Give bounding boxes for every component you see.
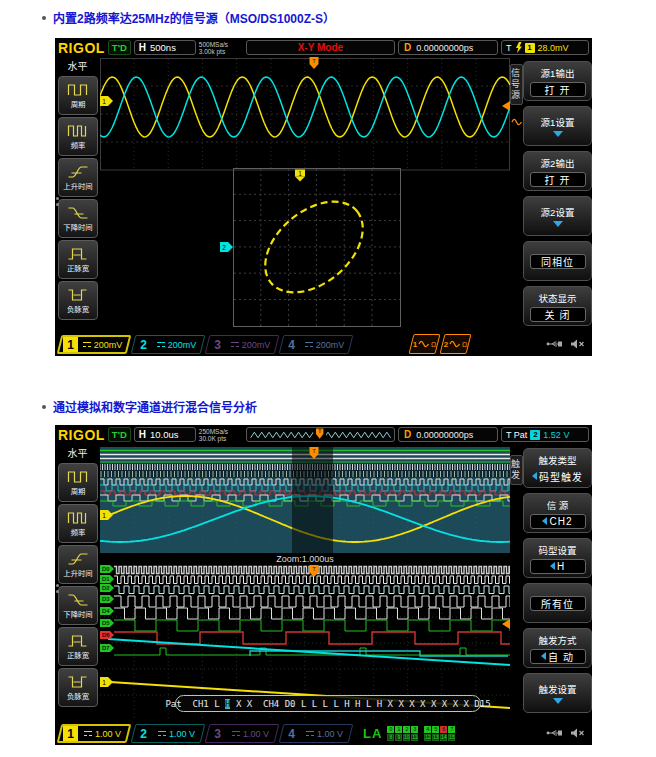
la-indicator[interactable]: LA0123456789101112131415 [363, 726, 455, 741]
digital-bit-8: 8 [387, 734, 394, 741]
trigger-status-badge: T'D [108, 427, 131, 442]
channel-badge-1[interactable]: 11.00 V [57, 724, 132, 743]
waveform-display: T1Zoom:1.000usT1D0D1D2D3D4D5D6D7Pat CH1 … [100, 444, 510, 721]
down-arrow-icon [553, 221, 563, 227]
soft-button-同相位[interactable]: 同相位 [523, 241, 592, 281]
soft-button-源1设置[interactable]: 源1设置 [523, 106, 592, 146]
channel-scale-value: 200mV [242, 339, 271, 349]
digital-bits-grid: 0123456789101112131415 [387, 726, 455, 741]
period-wave-icon [67, 470, 89, 484]
source-1-indicator[interactable]: 1Ω [409, 334, 441, 354]
soft-button-所有位[interactable]: 所有位 [523, 583, 592, 623]
menu-button-正脉宽[interactable]: 正脉宽 [58, 240, 98, 279]
channel-badge-3[interactable]: 3200mV [205, 335, 280, 354]
digital-bit-5: 5 [432, 726, 439, 733]
speaker-muted-icon[interactable] [570, 335, 585, 353]
trigger-level-value: 28.0mV [538, 43, 569, 53]
menu-button-上升时间[interactable]: 上升时间 [58, 158, 98, 197]
coupling-icon [231, 342, 239, 347]
source-number: 1 [413, 340, 417, 349]
soft-button-信 源[interactable]: 信 源CH2 [523, 493, 592, 533]
trigger-readout[interactable]: T128.0mV [501, 40, 589, 55]
bullet-item-1: 内置2路频率达25MHz的信号源（MSO/DS1000Z-S） [42, 9, 335, 26]
usb-icon [546, 724, 563, 742]
channel-scale: 200mV [153, 339, 200, 349]
delay-readout[interactable]: D0.00000000ps [398, 40, 498, 55]
positive-pulse-width-icon [67, 247, 89, 261]
menu-button-频率[interactable]: 频率 [58, 504, 98, 543]
channel-scale: 1.00 V [227, 728, 274, 738]
menu-button-正脉宽[interactable]: 正脉宽 [58, 627, 98, 666]
channel-badge-4[interactable]: 41.00 V [279, 724, 354, 743]
pattern-suffix: X X CH4 D0 L L L L H H L H X X X X X X X… [230, 699, 490, 709]
soft-button-触发类型[interactable]: 触发类型码型触发 [523, 448, 592, 488]
digital-bit-3: 3 [411, 726, 418, 733]
speaker-muted-icon[interactable] [570, 724, 585, 742]
channel-scale-value: 200mV [168, 339, 197, 349]
digital-bit-7: 7 [448, 726, 455, 733]
soft-button-触发设置[interactable]: 触发设置 [523, 673, 592, 713]
rigol-logo: RIGOL [58, 427, 105, 443]
svg-text:1: 1 [102, 512, 106, 519]
coupling-icon [158, 731, 166, 736]
left-arrow-icon [532, 472, 537, 480]
trigger-source-badge: 1 [525, 43, 535, 53]
menu-button-label: 频率 [70, 526, 85, 536]
horizontal-timebase-button[interactable]: H500ns [134, 40, 196, 55]
digital-bit-10: 10 [403, 734, 410, 741]
channel-badge-1[interactable]: 1200mV [57, 335, 132, 354]
soft-button-title: 状态显示 [538, 291, 576, 305]
delay-readout[interactable]: D0.00000000ps [398, 427, 498, 442]
menu-button-负脉宽[interactable]: 负脉宽 [58, 281, 98, 320]
channel-scale-value: 1.00 V [317, 728, 343, 738]
soft-button-value-text: 关 闭 [545, 307, 571, 322]
left-function-menu: 水平周期频率上升时间下降时间正脉宽负脉宽 [55, 444, 100, 721]
oscilloscope-screenshot-mixed-signal: RIGOLT'DH10.0us250MSa/s30.0K ptsTD0.0000… [55, 425, 592, 745]
horizontal-timebase-button[interactable]: H10.0us [134, 427, 196, 442]
frequency-wave-icon [67, 511, 89, 525]
source-indicators: 1Ω2Ω [411, 334, 469, 354]
channel-scale: 1.00 V [301, 728, 348, 738]
xy-mode-indicator: X-Y Mode [246, 40, 395, 55]
soft-button-源2输出[interactable]: 源2输出打 开 [523, 151, 592, 191]
soft-button-title: 源2设置 [541, 205, 575, 219]
soft-button-码型设置[interactable]: 码型设置H [523, 538, 592, 578]
channel-badge-3[interactable]: 31.00 V [205, 724, 280, 743]
channel-badge-2[interactable]: 2200mV [131, 335, 206, 354]
soft-button-触发方式[interactable]: 触发方式自 动 [523, 628, 592, 668]
soft-button-value-text: 同相位 [541, 254, 574, 269]
soft-button-源1输出[interactable]: 源1输出打 开 [523, 61, 592, 101]
soft-button-value-text: H [557, 561, 565, 572]
menu-button-周期[interactable]: 周期 [58, 463, 98, 502]
menu-button-频率[interactable]: 频率 [58, 117, 98, 156]
trigger-label: T Pat [506, 430, 527, 440]
left-arrow-icon [550, 562, 555, 570]
timebase-value: 500ns [150, 42, 176, 53]
menu-button-负脉宽[interactable]: 负脉宽 [58, 668, 98, 707]
waveform-preview[interactable]: T [246, 427, 395, 442]
channel-badge-2[interactable]: 21.00 V [131, 724, 206, 743]
menu-button-下降时间[interactable]: 下降时间 [58, 199, 98, 238]
digital-bit-1: 1 [395, 726, 402, 733]
svg-text:T: T [312, 566, 316, 572]
delay-label: D [404, 42, 411, 53]
channel-scale: 200mV [301, 339, 348, 349]
main-waveform-area: T1 [100, 447, 510, 553]
digital-bit-4: 4 [424, 726, 431, 733]
soft-button-value-text: CH2 [549, 516, 572, 527]
menu-button-label: 负脉宽 [66, 303, 88, 313]
menu-button-周期[interactable]: 周期 [58, 76, 98, 115]
soft-button-源2设置[interactable]: 源2设置 [523, 196, 592, 236]
menu-button-上升时间[interactable]: 上升时间 [58, 545, 98, 584]
digital-bit-13: 13 [432, 734, 439, 741]
channel-badge-4[interactable]: 4200mV [279, 335, 354, 354]
left-menu-title: 水平 [68, 58, 88, 73]
source-2-indicator[interactable]: 2Ω [440, 334, 472, 354]
menu-button-下降时间[interactable]: 下降时间 [58, 586, 98, 625]
soft-button-状态显示[interactable]: 状态显示关 闭 [523, 286, 592, 326]
sample-rate: 500MSa/s [199, 41, 243, 48]
acquisition-info: 250MSa/s30.0K pts [199, 428, 243, 442]
soft-button-title: 源1输出 [541, 66, 575, 80]
trigger-readout[interactable]: T Pat21.52 V [501, 427, 589, 442]
channel-scale: 200mV [227, 339, 274, 349]
